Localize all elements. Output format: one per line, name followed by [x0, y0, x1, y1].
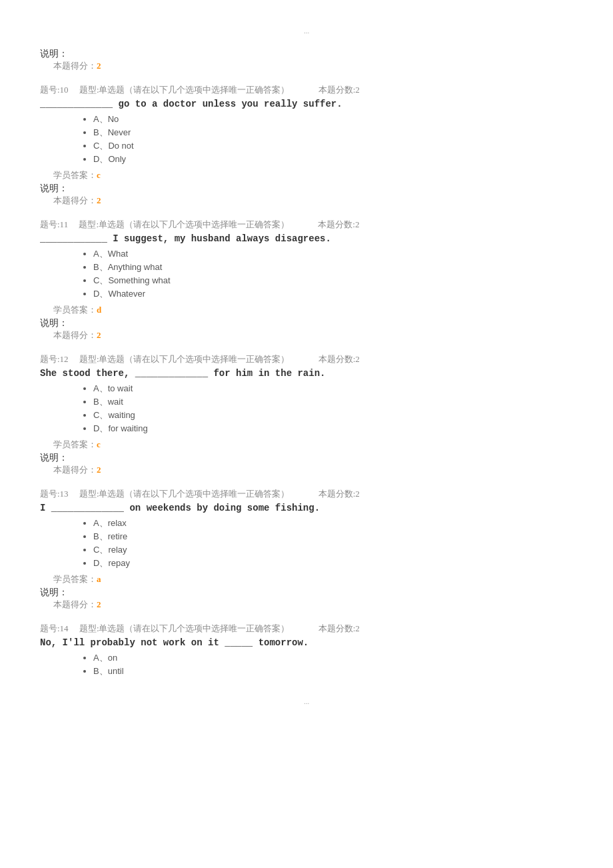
- q11-num: 题号:11: [40, 219, 77, 229]
- question-10-options: A、No B、Never C、Do not D、Only: [40, 113, 573, 165]
- q12-total-score: 本题分数:2: [318, 354, 360, 364]
- question-14-text: No, I'll probably not work on it _____ t…: [40, 637, 573, 648]
- question-14-header: 题号:14 题型:单选题（请在以下几个选项中选择唯一正确答案） 本题分数:2: [40, 623, 573, 635]
- option-14-a: A、on: [93, 652, 573, 664]
- q10-meta-block: 说明： 本题得分：2: [40, 48, 573, 72]
- option-10-d: D、Only: [93, 153, 573, 165]
- shuo-ming-10: 说明：: [40, 183, 573, 195]
- option-11-b: B、Anything what: [93, 261, 573, 273]
- answer-10-val: c: [97, 170, 101, 180]
- score-val-pre10: 2: [97, 61, 101, 71]
- option-11-d: D、Whatever: [93, 288, 573, 300]
- question-11-text: ____________ I suggest, my husband alway…: [40, 233, 573, 244]
- question-12-text: She stood there, _____________ for him i…: [40, 368, 573, 379]
- q13-type: 题型:单选题（请在以下几个选项中选择唯一正确答案）: [79, 489, 290, 499]
- option-11-c: C、Something what: [93, 275, 573, 287]
- option-11-a: A、What: [93, 248, 573, 260]
- question-14-options: A、on B、until: [40, 652, 573, 677]
- option-13-a: A、relax: [93, 517, 573, 529]
- answer-11-val: d: [97, 305, 101, 315]
- q14-total-score: 本题分数:2: [318, 623, 360, 633]
- q14-num: 题号:14: [40, 623, 77, 633]
- option-12-b: B、wait: [93, 396, 573, 408]
- q11-type: 题型:单选题（请在以下几个选项中选择唯一正确答案）: [79, 219, 289, 229]
- answer-10: 学员答案：c: [40, 169, 573, 181]
- score-val-11: 2: [97, 330, 101, 340]
- score-val-12: 2: [97, 465, 101, 475]
- option-12-d: D、for waiting: [93, 423, 573, 435]
- question-12-options: A、to wait B、wait C、waiting D、for waiting: [40, 383, 573, 435]
- question-11-options: A、What B、Anything what C、Something what …: [40, 248, 573, 300]
- option-13-d: D、repay: [93, 557, 573, 569]
- q10-type: 题型:单选题（请在以下几个选项中选择唯一正确答案）: [79, 85, 290, 95]
- question-11-block: 题号:11 题型:单选题（请在以下几个选项中选择唯一正确答案） 本题分数:2 _…: [40, 219, 573, 341]
- q10-total-score: 本题分数:2: [318, 85, 360, 95]
- page-header: ...: [40, 27, 573, 35]
- question-12-block: 题号:12 题型:单选题（请在以下几个选项中选择唯一正确答案） 本题分数:2 S…: [40, 353, 573, 476]
- shuo-ming-pre10: 说明：: [40, 48, 573, 60]
- question-11-header: 题号:11 题型:单选题（请在以下几个选项中选择唯一正确答案） 本题分数:2: [40, 219, 573, 231]
- score-10: 本题得分：2: [40, 195, 573, 207]
- question-13-block: 题号:13 题型:单选题（请在以下几个选项中选择唯一正确答案） 本题分数:2 I…: [40, 488, 573, 611]
- q12-type: 题型:单选题（请在以下几个选项中选择唯一正确答案）: [79, 354, 290, 364]
- q14-type: 题型:单选题（请在以下几个选项中选择唯一正确答案）: [79, 623, 290, 633]
- answer-13: 学员答案：a: [40, 573, 573, 585]
- score-11: 本题得分：2: [40, 329, 573, 341]
- answer-11: 学员答案：d: [40, 304, 573, 316]
- q13-total-score: 本题分数:2: [318, 489, 360, 499]
- option-10-a: A、No: [93, 113, 573, 125]
- question-13-options: A、relax B、retire C、relay D、repay: [40, 517, 573, 569]
- question-13-header: 题号:13 题型:单选题（请在以下几个选项中选择唯一正确答案） 本题分数:2: [40, 488, 573, 500]
- question-10-text: _____________ go to a doctor unless you …: [40, 99, 573, 109]
- option-14-b: B、until: [93, 665, 573, 677]
- shuo-ming-12: 说明：: [40, 452, 573, 464]
- shuo-ming-11: 说明：: [40, 317, 573, 329]
- answer-12: 学员答案：c: [40, 439, 573, 451]
- question-10-block: 题号:10 题型:单选题（请在以下几个选项中选择唯一正确答案） 本题分数:2 _…: [40, 84, 573, 207]
- answer-12-val: c: [97, 439, 101, 449]
- answer-13-val: a: [97, 574, 101, 584]
- option-12-c: C、waiting: [93, 409, 573, 421]
- score-val-13: 2: [97, 599, 101, 609]
- option-13-b: B、retire: [93, 531, 573, 543]
- question-12-header: 题号:12 题型:单选题（请在以下几个选项中选择唯一正确答案） 本题分数:2: [40, 353, 573, 365]
- q12-num: 题号:12: [40, 354, 77, 364]
- option-12-a: A、to wait: [93, 383, 573, 395]
- option-10-b: B、Never: [93, 127, 573, 139]
- score-12: 本题得分：2: [40, 464, 573, 476]
- question-13-text: I _____________ on weekends by doing som…: [40, 503, 573, 513]
- question-10-header: 题号:10 题型:单选题（请在以下几个选项中选择唯一正确答案） 本题分数:2: [40, 84, 573, 96]
- score-val-10: 2: [97, 195, 101, 205]
- score-13: 本题得分：2: [40, 599, 573, 611]
- option-13-c: C、relay: [93, 544, 573, 556]
- shuo-ming-13: 说明：: [40, 587, 573, 599]
- option-10-c: C、Do not: [93, 140, 573, 152]
- q13-num: 题号:13: [40, 489, 77, 499]
- q11-total-score: 本题分数:2: [318, 219, 359, 229]
- question-14-block: 题号:14 题型:单选题（请在以下几个选项中选择唯一正确答案） 本题分数:2 N…: [40, 623, 573, 677]
- score-pre10: 本题得分：2: [40, 60, 573, 72]
- q10-num: 题号:10: [40, 85, 77, 95]
- page-footer: ...: [40, 697, 573, 705]
